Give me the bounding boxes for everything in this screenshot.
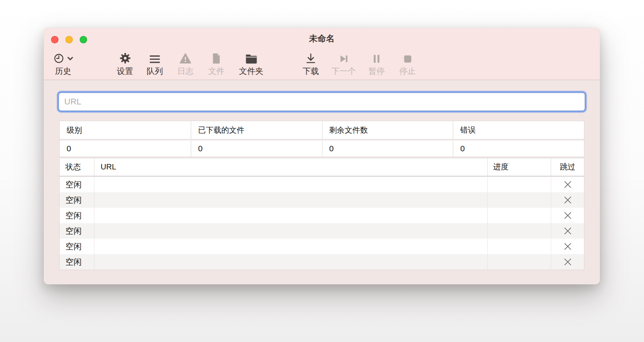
queue-header-row: 状态 URL 进度 跳过 (60, 158, 584, 176)
toolbar-label-settings: 设置 (117, 67, 133, 75)
toolbar-label-file: 日志 (177, 67, 194, 75)
toolbar-button-file[interactable]: 文件 (197, 51, 236, 75)
queue-row-url (94, 223, 487, 239)
queue-rows: 空闲 空闲 空闲 (60, 177, 584, 270)
desktop-background: 未命名 历史 (0, 0, 644, 342)
queue-row-url (94, 239, 487, 254)
stats-header-downloaded: 已下载的文件 (191, 121, 322, 139)
toolbar: 历史 (44, 50, 600, 80)
queue-row-progress (487, 208, 551, 223)
queue-row: 空闲 (60, 239, 584, 254)
clock-icon (53, 51, 73, 64)
queue-row: 空闲 (60, 177, 584, 192)
chevron-down-icon (67, 56, 73, 61)
queue-header-url: URL (94, 158, 487, 176)
skip-next-icon (338, 51, 349, 64)
queue-table: 状态 URL 进度 跳过 空闲 空闲 (59, 158, 584, 270)
queue-row-progress (487, 223, 551, 239)
toolbar-label-history: 历史 (55, 67, 71, 75)
queue-row-progress (487, 177, 551, 192)
gear-icon (119, 51, 131, 64)
toolbar-label-next: 下一个 (332, 67, 356, 75)
stats-header-errors: 错误 (453, 121, 584, 139)
stats-value-errors: 0 (453, 140, 584, 157)
stats-values-row: 0 0 0 0 (60, 140, 584, 157)
queue-row-url (94, 177, 487, 192)
stop-icon (402, 51, 413, 64)
queue-row: 空闲 (60, 208, 584, 223)
skip-button[interactable] (564, 196, 572, 204)
toolbar-label-file2: 文件 (208, 67, 224, 75)
stats-value-level: 0 (60, 140, 191, 157)
queue-row-status: 空闲 (60, 208, 94, 223)
toolbar-label-download: 下载 (303, 67, 319, 75)
queue-row-url (94, 208, 487, 223)
toolbar-button-folder[interactable]: 文件夹 (232, 51, 271, 75)
queue-row-status: 空闲 (60, 223, 94, 239)
skip-x-icon (564, 196, 572, 204)
queue-row-status: 空闲 (60, 177, 94, 192)
stats-value-remaining: 0 (322, 140, 453, 157)
skip-button[interactable] (564, 180, 572, 189)
queue-row: 空闲 (60, 192, 584, 208)
skip-button[interactable] (564, 227, 572, 235)
queue-row-status: 空闲 (60, 192, 94, 208)
stats-header-level: 级别 (60, 121, 191, 139)
stats-header-row: 级别 已下载的文件 剩余文件数 错误 (60, 121, 584, 139)
queue-row-status: 空闲 (60, 254, 94, 270)
app-window: 未命名 历史 (44, 28, 600, 284)
content-area: 级别 已下载的文件 剩余文件数 错误 0 0 0 0 状态 URL 进度 (44, 80, 600, 284)
folder-icon (245, 51, 258, 64)
titlebar: 未命名 (44, 28, 600, 50)
queue-header-skip: 跳过 (551, 158, 584, 176)
window-chrome: 未命名 历史 (44, 28, 600, 80)
queue-row-status: 空闲 (60, 239, 94, 254)
pause-icon (372, 51, 382, 64)
skip-x-icon (564, 258, 572, 266)
stats-table: 级别 已下载的文件 剩余文件数 错误 0 0 0 0 (59, 121, 584, 157)
skip-button[interactable] (564, 242, 572, 251)
toolbar-label-log-queue: 队列 (147, 67, 163, 75)
toolbar-label-stop: 停止 (399, 67, 416, 75)
download-icon (305, 51, 317, 64)
stats-value-downloaded: 0 (191, 140, 322, 157)
skip-x-icon (564, 211, 572, 220)
skip-x-icon (564, 242, 572, 251)
skip-button[interactable] (564, 211, 572, 220)
toolbar-button-history[interactable]: 历史 (44, 51, 82, 75)
skip-x-icon (564, 180, 572, 189)
queue-header-status: 状态 (60, 158, 94, 176)
queue-row-progress (487, 254, 551, 270)
skip-x-icon (564, 227, 572, 235)
stats-header-remaining: 剩余文件数 (322, 121, 453, 139)
warning-triangle-icon (179, 51, 192, 64)
queue-row-progress (487, 192, 551, 208)
url-input[interactable] (59, 93, 584, 110)
skip-button[interactable] (564, 258, 572, 266)
queue-row-progress (487, 239, 551, 254)
toolbar-button-stop[interactable]: 停止 (388, 51, 427, 75)
queue-row-url (94, 192, 487, 208)
file-icon (211, 51, 221, 64)
queue-header-progress: 进度 (487, 158, 551, 176)
queue-row: 空闲 (60, 223, 584, 239)
toolbar-label-folder: 文件夹 (239, 67, 264, 75)
toolbar-label-pause: 暂停 (368, 67, 385, 75)
queue-row-url (94, 254, 487, 270)
queue-lines-icon (149, 51, 161, 64)
queue-row: 空闲 (60, 254, 584, 270)
window-title: 未命名 (44, 28, 600, 50)
